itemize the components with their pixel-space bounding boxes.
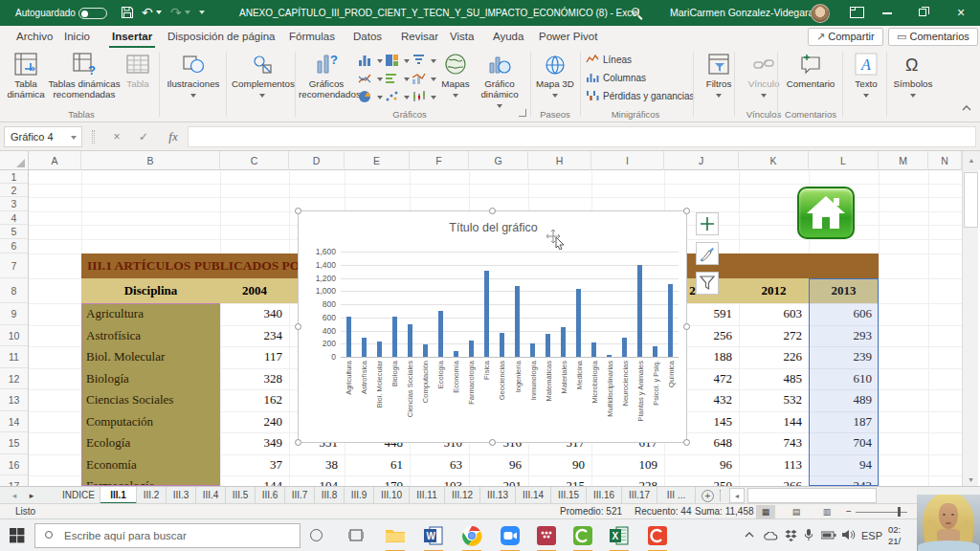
hscroll-left-icon[interactable]: ◂ bbox=[729, 488, 745, 503]
sheet-tab-III.3[interactable]: III.3 bbox=[167, 487, 196, 504]
table-cell-mid[interactable]: 104 bbox=[289, 475, 345, 486]
share-button[interactable]: ↗ Compartir bbox=[808, 28, 883, 46]
collapse-ribbon-icon[interactable] bbox=[962, 103, 971, 113]
ribbon-tab-disposici-n-de-p-gina[interactable]: Disposición de página bbox=[165, 26, 278, 48]
table-cell-2004[interactable]: 240 bbox=[220, 411, 289, 433]
chart-styles-button[interactable] bbox=[696, 242, 719, 265]
column-header-J[interactable]: J bbox=[664, 151, 739, 170]
table-cell-mid[interactable]: 61 bbox=[345, 454, 410, 476]
row-header-4[interactable]: 4 bbox=[0, 211, 28, 225]
ribbon-tab-revisar[interactable]: Revisar bbox=[398, 26, 441, 48]
text-button[interactable]: ATexto bbox=[846, 51, 886, 110]
chart-filters-button[interactable] bbox=[696, 272, 719, 295]
table-cell-2011[interactable]: 96 bbox=[664, 454, 739, 476]
chart-selection-handle[interactable] bbox=[683, 323, 690, 330]
view-page-layout-button[interactable]: ▤ bbox=[787, 505, 806, 518]
column-header-K[interactable]: K bbox=[739, 151, 809, 170]
sheet-tab-III.5[interactable]: III.5 bbox=[226, 487, 256, 504]
chart-type-combo-button[interactable] bbox=[412, 72, 436, 87]
table-cell-mid[interactable]: 63 bbox=[410, 454, 469, 476]
row-header-15[interactable]: 15 bbox=[0, 432, 28, 454]
table-cell-2011[interactable]: 250 bbox=[664, 475, 739, 486]
sheet-tab-III.4[interactable]: III.4 bbox=[196, 487, 226, 504]
start-button[interactable] bbox=[10, 528, 25, 543]
tab-scrollbar-splitter[interactable] bbox=[720, 490, 722, 501]
table-cell-mid[interactable]: 170 bbox=[345, 475, 410, 486]
mic-icon[interactable] bbox=[805, 529, 813, 541]
sheet-tab-III.1[interactable]: III.1 bbox=[100, 487, 137, 504]
table-cell-2004[interactable]: 349 bbox=[220, 432, 289, 454]
sheet-grid[interactable]: 1234567891011121314151617III.1 ARTÍCULOS… bbox=[0, 170, 980, 486]
table-cell-2004[interactable]: 328 bbox=[220, 368, 289, 390]
pivot-table-button[interactable]: Tabla dinámica bbox=[4, 51, 48, 110]
row-header-6[interactable]: 6 bbox=[0, 239, 28, 253]
comments-button[interactable]: ▭ Comentarios bbox=[888, 28, 978, 46]
table-cell-2012[interactable]: 266 bbox=[739, 475, 809, 486]
table-cell-mid[interactable]: 215 bbox=[528, 475, 591, 486]
pivot-chart-button[interactable]: Gráfico dinámico bbox=[476, 51, 523, 110]
camtasia-recorder-icon[interactable] bbox=[647, 525, 668, 546]
chart-type-cols-button[interactable] bbox=[358, 54, 383, 69]
ribbon-tab-datos[interactable]: Datos bbox=[350, 26, 385, 48]
select-all-corner[interactable] bbox=[0, 151, 29, 170]
sheet-tab-III.15[interactable]: III.15 bbox=[551, 487, 587, 504]
sheet-tab-III...[interactable]: III ... bbox=[657, 487, 696, 504]
table-column-header[interactable]: 2012 bbox=[739, 278, 809, 303]
table-cell-mid[interactable]: 96 bbox=[469, 454, 528, 476]
onedrive-icon[interactable] bbox=[763, 532, 778, 540]
search-icon[interactable] bbox=[632, 8, 639, 15]
table-cell-2012[interactable]: 144 bbox=[739, 411, 809, 433]
row-header-7[interactable]: 7 bbox=[0, 253, 28, 278]
ribbon-tab-f-rmulas[interactable]: Fórmulas bbox=[286, 26, 338, 48]
column-header-C[interactable]: C bbox=[220, 151, 289, 170]
chart-selection-handle[interactable] bbox=[489, 208, 496, 214]
comment-button[interactable]: Comentario bbox=[782, 51, 839, 110]
file-explorer-icon[interactable] bbox=[385, 525, 406, 546]
embedded-chart[interactable]: Título del gráfico1,6001,4001,2001,00080… bbox=[298, 210, 687, 443]
chart-type-hbar-button[interactable] bbox=[385, 72, 410, 87]
chart-type-dots-button[interactable] bbox=[385, 90, 410, 105]
table-cell-2004[interactable]: 162 bbox=[220, 389, 289, 411]
autosave-toggle[interactable] bbox=[78, 8, 107, 19]
column-header-D[interactable]: D bbox=[289, 151, 345, 170]
sheet-tab-III.17[interactable]: III.17 bbox=[622, 487, 657, 504]
task-view-icon[interactable] bbox=[348, 528, 364, 542]
sheet-tab-III.7[interactable]: III.7 bbox=[285, 487, 315, 504]
symbols-button[interactable]: ΩSímbolos bbox=[890, 51, 936, 110]
chart-selection-handle[interactable] bbox=[683, 208, 690, 214]
redo-button[interactable]: ↷ bbox=[170, 0, 182, 26]
table-cell-2004[interactable]: 117 bbox=[220, 346, 289, 368]
view-page-break-button[interactable]: ▥ bbox=[817, 505, 836, 518]
row-header-1[interactable]: 1 bbox=[0, 170, 28, 184]
battery-icon[interactable] bbox=[821, 531, 836, 540]
sheet-tab-III.11[interactable]: III.11 bbox=[410, 487, 445, 504]
column-header-M[interactable]: M bbox=[879, 151, 928, 170]
table-cell-2004[interactable]: 234 bbox=[220, 325, 289, 347]
sheet-tab-INDICE[interactable]: INDICE bbox=[57, 487, 100, 504]
maps-button[interactable]: Mapas bbox=[436, 51, 475, 110]
column-header-F[interactable]: F bbox=[410, 151, 469, 170]
chart-selection-handle[interactable] bbox=[489, 439, 496, 446]
table-cell-2012[interactable]: 226 bbox=[739, 346, 809, 368]
home-shortcut-image[interactable] bbox=[797, 187, 855, 239]
chart-type-pie-button[interactable] bbox=[358, 90, 383, 105]
sheet-tab-III.13[interactable]: III.13 bbox=[480, 487, 516, 504]
table-cell-mid[interactable]: 38 bbox=[289, 454, 345, 476]
ribbon-display-options-icon[interactable] bbox=[850, 7, 864, 18]
ribbon-tab-archivo[interactable]: Archivo bbox=[13, 26, 56, 48]
view-normal-button[interactable]: ▦ bbox=[756, 505, 775, 518]
ribbon-tab-vista[interactable]: Vista bbox=[447, 26, 477, 48]
word-icon[interactable]: W bbox=[423, 525, 444, 546]
chart-type-tree-button[interactable] bbox=[385, 54, 410, 69]
sheet-tab-III.16[interactable]: III.16 bbox=[587, 487, 622, 504]
speaker-icon[interactable] bbox=[842, 529, 856, 540]
sheet-nav-left-icon[interactable]: ◂ bbox=[8, 487, 21, 504]
row-header-11[interactable]: 11 bbox=[0, 346, 28, 368]
row-header-12[interactable]: 12 bbox=[0, 368, 28, 390]
horizontal-scroll-thumb[interactable] bbox=[747, 488, 877, 503]
table-cell-2004[interactable]: 144 bbox=[220, 475, 289, 486]
table-cell-2012[interactable]: 743 bbox=[739, 432, 809, 454]
formula-bar-splitter[interactable] bbox=[92, 130, 95, 143]
addins-button[interactable]: Complementos bbox=[232, 51, 293, 110]
sheet-tab-III.14[interactable]: III.14 bbox=[516, 487, 551, 504]
